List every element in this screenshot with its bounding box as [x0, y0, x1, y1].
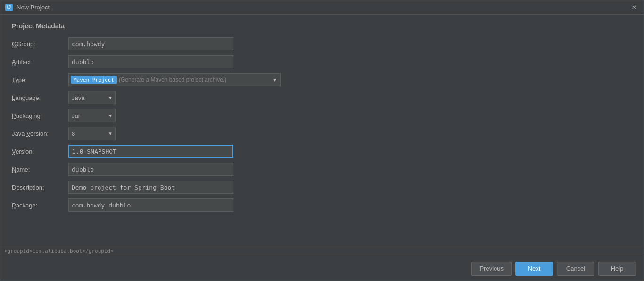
artifact-label: Artifact: — [12, 58, 68, 66]
java-version-select-wrapper: 8 11 17 21 ▼ — [68, 127, 116, 140]
type-badge: Maven Project — [71, 76, 117, 84]
language-label: Language: — [12, 94, 68, 101]
packaging-label: Packaging: — [12, 112, 68, 119]
type-row: Type: Maven Project (Generate a Maven ba… — [12, 73, 632, 86]
title-bar: IJ New Project × — [0, 0, 644, 15]
group-input[interactable] — [68, 37, 233, 50]
window-title: New Project — [17, 4, 626, 11]
packaging-select-wrapper: Jar War ▼ — [68, 109, 116, 122]
artifact-row: Artifact: — [12, 55, 632, 68]
java-version-label: Java Version: — [12, 130, 68, 137]
language-row: Language: Java Kotlin Groovy ▼ — [12, 91, 632, 104]
version-label: Version: — [12, 148, 68, 155]
group-row: GGroup: — [12, 37, 632, 50]
section-title: Project Metadata — [12, 22, 632, 30]
type-select[interactable]: Maven Project (Generate a Maven based pr… — [68, 73, 281, 86]
java-version-select[interactable]: 8 11 17 21 — [68, 127, 116, 140]
group-label: GGroup: — [12, 41, 68, 48]
artifact-input[interactable] — [68, 55, 233, 68]
description-input[interactable] — [68, 181, 233, 194]
name-row: Name: — [12, 163, 632, 176]
description-row: Description: — [12, 181, 632, 194]
new-project-dialog: IJ New Project × Project Metadata GGroup… — [0, 0, 644, 281]
status-bar: <groupId>com.alibaba.boot</groupId> — [0, 246, 644, 256]
cancel-button[interactable]: Cancel — [557, 262, 594, 276]
bottom-bar: Previous Next Cancel Help — [0, 256, 644, 281]
description-label: Description: — [12, 184, 68, 191]
type-dropdown-arrow-icon: ▼ — [272, 77, 280, 83]
close-button[interactable]: × — [629, 3, 639, 12]
version-row: Version: — [12, 145, 632, 158]
packaging-select[interactable]: Jar War — [68, 109, 116, 122]
app-icon: IJ — [5, 4, 13, 11]
packaging-row: Packaging: Jar War ▼ — [12, 109, 632, 122]
next-button[interactable]: Next — [515, 262, 553, 276]
language-select[interactable]: Java Kotlin Groovy — [68, 91, 116, 104]
dialog-content: Project Metadata GGroup: Artifact: Type:… — [0, 15, 644, 246]
package-label: Package: — [12, 202, 68, 209]
previous-button[interactable]: Previous — [471, 262, 512, 276]
status-text: <groupId>com.alibaba.boot</groupId> — [4, 248, 114, 254]
name-label: Name: — [12, 166, 68, 173]
type-label: Type: — [12, 76, 68, 83]
java-version-row: Java Version: 8 11 17 21 ▼ — [12, 127, 632, 140]
language-select-wrapper: Java Kotlin Groovy ▼ — [68, 91, 116, 104]
type-desc: (Generate a Maven based project archive.… — [119, 76, 272, 83]
help-button[interactable]: Help — [598, 262, 636, 276]
version-input[interactable] — [68, 145, 233, 158]
package-input[interactable] — [68, 198, 233, 212]
package-row: Package: — [12, 198, 632, 212]
name-input[interactable] — [68, 163, 233, 176]
